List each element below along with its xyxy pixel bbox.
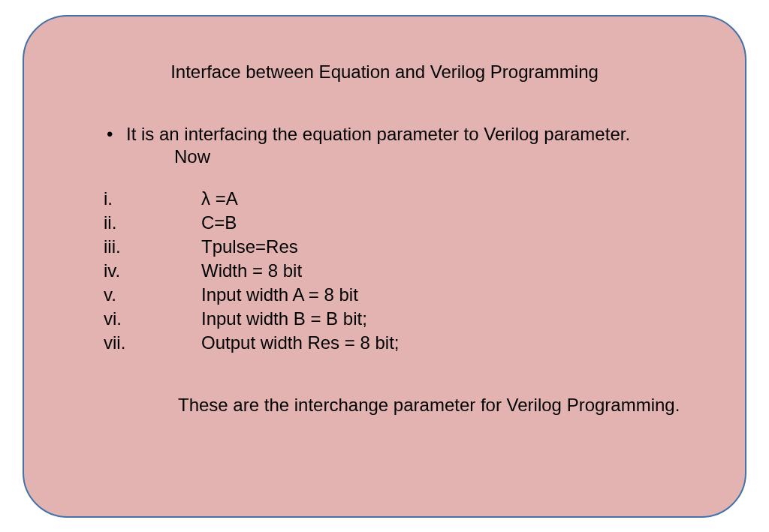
roman-numeral: iii.	[104, 236, 201, 257]
list-item: iv. Width = 8 bit	[104, 260, 707, 281]
list-item: vi. Input width B = B bit;	[104, 308, 707, 329]
bullet-item: • It is an interfacing the equation para…	[107, 124, 707, 145]
roman-text: Tpulse=Res	[201, 236, 298, 257]
roman-text: C=B	[201, 212, 237, 233]
roman-numeral: i.	[104, 188, 201, 209]
roman-numeral: vii.	[104, 332, 201, 353]
roman-numeral: vi.	[104, 308, 201, 329]
list-item: iii. Tpulse=Res	[104, 236, 707, 257]
roman-text: Output width Res = 8 bit;	[201, 332, 399, 353]
list-item: v. Input width A = 8 bit	[104, 284, 707, 305]
list-item: vii. Output width Res = 8 bit;	[104, 332, 707, 353]
list-item: i. λ =A	[104, 188, 707, 209]
slide-container: Interface between Equation and Verilog P…	[23, 15, 746, 518]
roman-text: Input width A = 8 bit	[201, 284, 358, 305]
bullet-text: It is an interfacing the equation parame…	[126, 124, 630, 145]
slide-title: Interface between Equation and Verilog P…	[62, 62, 707, 83]
footer-text: These are the interchange parameter for …	[178, 395, 707, 416]
bullet-dot-icon: •	[107, 124, 126, 145]
list-item: ii. C=B	[104, 212, 707, 233]
roman-text: Input width B = B bit;	[201, 308, 367, 329]
roman-text: λ =A	[201, 188, 238, 209]
roman-numeral: v.	[104, 284, 201, 305]
roman-list: i. λ =A ii. C=B iii. Tpulse=Res iv. Widt…	[104, 188, 707, 353]
roman-numeral: ii.	[104, 212, 201, 233]
now-text: Now	[174, 146, 707, 167]
roman-text: Width = 8 bit	[201, 260, 302, 281]
roman-numeral: iv.	[104, 260, 201, 281]
